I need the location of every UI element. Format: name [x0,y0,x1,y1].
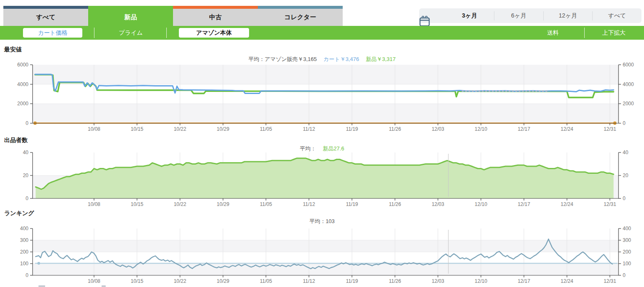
svg-text:100: 100 [623,261,631,267]
toolbar-separator [584,28,585,38]
svg-text:10/29: 10/29 [217,201,229,207]
prime-toggle[interactable]: プライム [116,26,145,40]
svg-text:10/15: 10/15 [131,201,143,207]
expand-toggle[interactable]: 上下拡大 [598,26,629,40]
svg-text:11/19: 11/19 [346,126,358,132]
svg-text:6000: 6000 [17,62,28,68]
svg-text:12/17: 12/17 [518,126,530,132]
tab-collector[interactable]: コレクター [258,6,343,26]
svg-text:20: 20 [23,173,29,178]
svg-text:10/29: 10/29 [217,126,229,132]
svg-text:11/19: 11/19 [346,201,358,207]
svg-text:11/05: 11/05 [260,126,272,132]
range-3months[interactable]: 3ヶ月 [445,12,494,20]
svg-text:12/24: 12/24 [561,126,573,132]
average-label: 平均：103 [309,218,335,224]
average-label: カート￥3,476 [323,56,359,62]
tab-collector-stripe [258,6,343,9]
svg-text:11/12: 11/12 [303,278,315,284]
svg-text:0: 0 [25,196,28,201]
range-all[interactable]: すべて [593,12,641,20]
average-label: 平均：アマゾン販売￥3,165 [248,56,317,62]
amazon-toggle[interactable]: アマゾン本体 [179,28,249,38]
svg-text:100: 100 [20,261,28,267]
tab-new-stripe [88,6,173,9]
svg-text:10/22: 10/22 [174,278,186,284]
cart-price-toggle[interactable]: カート価格 [23,28,82,38]
svg-text:10/08: 10/08 [88,201,100,207]
svg-text:10/15: 10/15 [131,278,143,284]
svg-text:200: 200 [623,249,631,255]
svg-text:12/03: 12/03 [432,201,444,207]
svg-text:300: 300 [20,237,28,243]
tab-used[interactable]: 中古 [173,6,258,26]
svg-text:2000: 2000 [623,101,634,107]
toolbar-separator [166,28,167,38]
svg-text:11/26: 11/26 [389,201,401,207]
svg-text:12/24: 12/24 [561,201,573,207]
svg-text:400: 400 [623,226,631,231]
average-labels-ranking: 平均：103 [0,218,644,225]
svg-text:0: 0 [25,272,28,278]
svg-text:10/08: 10/08 [88,126,100,132]
range-6months[interactable]: 6ヶ月 [494,12,543,20]
svg-text:12/10: 12/10 [475,201,487,207]
tab-new[interactable]: 新品 [88,6,173,26]
chart-title-ranking: ランキング [4,210,34,217]
svg-text:12/03: 12/03 [432,278,444,284]
tab-all[interactable]: すべて [3,6,88,26]
svg-text:11/26: 11/26 [389,126,401,132]
svg-text:0: 0 [25,120,28,126]
tab-used-label: 中古 [173,9,258,26]
svg-text:11/12: 11/12 [303,126,315,132]
svg-text:4000: 4000 [623,81,634,87]
svg-text:300: 300 [623,237,631,243]
shipping-toggle[interactable]: 送料 [541,26,565,40]
tab-used-stripe [173,6,258,9]
svg-text:12/17: 12/17 [518,278,530,284]
sellers-chart[interactable]: 002020404010/0810/1510/2210/2911/0511/12… [0,150,644,208]
chart-title-lowest-price: 最安値 [4,46,22,53]
average-label: 新品￥3,317 [366,56,396,62]
svg-text:0: 0 [623,120,626,126]
svg-text:12/31: 12/31 [603,201,616,207]
series-toolbar: カート価格 プライム アマゾン本体 送料 上下拡大 [0,26,644,40]
time-range-group: 3ヶ月 6ヶ月 12ヶ月 すべて [419,8,641,23]
ranking-chart[interactable]: 0010010020020030030040040010/0810/1510/2… [0,226,644,287]
svg-text:2000: 2000 [17,101,28,107]
tab-all-stripe [3,6,88,9]
svg-text:400: 400 [20,226,28,231]
svg-text:11/05: 11/05 [260,278,272,284]
svg-text:12/31: 12/31 [603,278,616,284]
cutoff-artifact [102,285,106,287]
price-tracker-page: すべて 新品 中古 コレクター 3ヶ月 6ヶ月 12ヶ月 [0,0,644,287]
svg-text:12/24: 12/24 [561,278,573,284]
chart-title-sellers: 出品者数 [4,137,28,144]
svg-text:12/31: 12/31 [603,126,616,132]
svg-text:4000: 4000 [17,81,28,87]
svg-text:10/15: 10/15 [131,126,143,132]
svg-text:10/22: 10/22 [174,201,186,207]
price-chart[interactable]: 0020002000400040006000600010/0810/1510/2… [0,62,644,135]
tab-new-label: 新品 [88,9,173,26]
svg-text:11/12: 11/12 [303,201,315,207]
svg-text:12/17: 12/17 [518,201,530,207]
svg-text:0: 0 [623,196,626,201]
svg-text:11/26: 11/26 [389,278,401,284]
range-12months[interactable]: 12ヶ月 [544,12,593,20]
tab-collector-label: コレクター [258,9,343,26]
svg-text:11/05: 11/05 [260,201,272,207]
svg-text:6000: 6000 [623,62,634,68]
svg-text:12/10: 12/10 [475,126,487,132]
svg-text:40: 40 [23,150,29,155]
svg-text:0: 0 [623,272,626,278]
svg-text:10/22: 10/22 [174,126,186,132]
svg-text:12/10: 12/10 [475,278,487,284]
svg-text:10/29: 10/29 [217,278,229,284]
svg-text:20: 20 [623,173,629,178]
svg-text:11/19: 11/19 [346,278,358,284]
condition-tabs: すべて 新品 中古 コレクター [3,6,343,26]
svg-text:40: 40 [623,150,629,155]
tab-all-label: すべて [3,9,88,26]
cutoff-artifact [38,285,45,287]
